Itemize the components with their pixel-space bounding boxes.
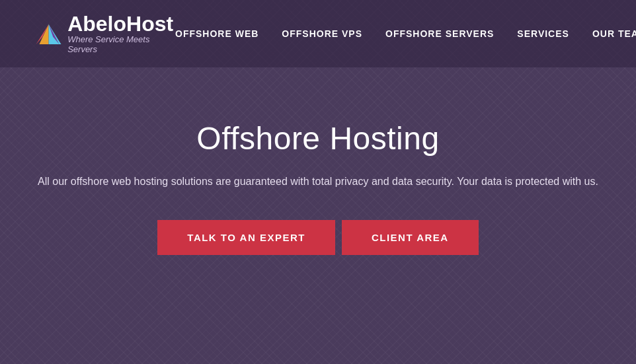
logo-tagline: Where Service Meets Servers [67,34,175,54]
hero-title: Offshore Hosting [196,120,439,157]
nav-offshore-web[interactable]: OFFSHORE WEB [175,28,258,39]
logo-area: AbeloHost Where Service Meets Servers [33,13,175,54]
nav-our-team[interactable]: OUR TEAM [592,28,636,39]
talk-to-expert-button[interactable]: TALK TO AN EXPERT [157,220,335,255]
logo-name: AbeloHost [67,13,175,34]
svg-marker-2 [49,24,61,44]
hero-section: Offshore Hosting All our offshore web ho… [0,67,636,295]
nav-offshore-servers[interactable]: OFFSHORE SERVERS [385,28,494,39]
cta-buttons: TALK TO AN EXPERT CLIENT AREA [157,220,478,255]
client-area-button[interactable]: CLIENT AREA [342,220,479,255]
logo-text-area: AbeloHost Where Service Meets Servers [67,13,175,54]
nav-offshore-vps[interactable]: OFFSHORE VPS [282,28,362,39]
logo-icon [33,17,64,50]
nav-services[interactable]: SERVICES [517,28,569,39]
svg-marker-1 [39,24,48,44]
site-header: AbeloHost Where Service Meets Servers OF… [0,0,636,67]
hero-subtitle: All our offshore web hosting solutions a… [38,173,598,190]
main-nav: OFFSHORE WEB OFFSHORE VPS OFFSHORE SERVE… [175,28,636,40]
